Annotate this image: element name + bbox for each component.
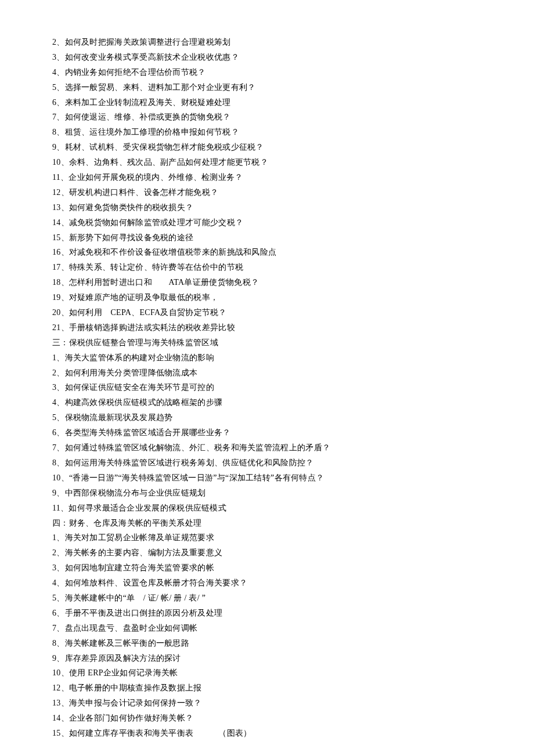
text-line: 11、企业如何开展免税的境内、外维修、检测业务？ xyxy=(52,170,482,185)
text-line: 2、海关帐务的主要内容、编制方法及重要意义 xyxy=(52,545,482,560)
text-line: 三：保税供应链整合管理与海关特殊监管区域 xyxy=(52,335,482,350)
text-line: 8、如何运用海关特殊监管区域进行税务筹划、供应链优化和风险防控？ xyxy=(52,455,482,471)
text-line: 9、中西部保税物流分布与企业供应链规划 xyxy=(52,486,482,501)
text-line: 6、手册不平衡及进出口倒挂的原因分析及处理 xyxy=(52,606,482,621)
text-line: 14、减免税货物如何解除监管或处理才可能少交税？ xyxy=(52,215,482,230)
text-line: 15、新形势下如何寻找设备免税的途径 xyxy=(52,230,482,245)
text-line: 19、对疑难原产地的证明及争取最低的税率， xyxy=(52,290,482,305)
text-line: 12、电子帐册的中期核查操作及数据上报 xyxy=(52,681,482,696)
text-line: 10、余料、边角料、残次品、副产品如何处理才能更节税？ xyxy=(52,155,482,170)
text-line: 4、如何堆放料件、设置仓库及帐册才符合海关要求？ xyxy=(52,576,482,591)
document-body: 2、如何及时把握海关政策调整进行合理避税筹划3、如何改变业务模式享受高新技术企业… xyxy=(52,35,482,741)
text-line: 7、盘点出现盘亏、盘盈时企业如何调帐 xyxy=(52,621,482,636)
text-line: 7、如何通过特殊监管区域化解物流、外汇、税务和海关监管流程上的矛盾？ xyxy=(52,440,482,455)
text-line: 14、企业各部门如何协作做好海关帐？ xyxy=(52,711,482,726)
text-line: 9、库存差异原因及解决方法的探讨 xyxy=(52,651,482,666)
text-line: 11、如何寻求最适合企业发展的保税供应链模式 xyxy=(52,501,482,516)
text-line: 3、如何因地制宜建立符合海关监管要求的帐 xyxy=(52,560,482,576)
text-line: 15、如何建立库存平衡表和海关平衡表 （图表） xyxy=(52,726,482,741)
text-line: 2、如何利用海关分类管理降低物流成本 xyxy=(52,366,482,381)
text-line: 20、如何利用 CEPA、ECFA及自贸协定节税？ xyxy=(52,305,482,320)
text-line: 1、海关大监管体系的构建对企业物流的影响 xyxy=(52,350,482,366)
text-line: 四：财务、仓库及海关帐的平衡关系处理 xyxy=(52,516,482,531)
text-line: 4、内销业务如何拒绝不合理估价而节税？ xyxy=(52,65,482,80)
text-line: 3、如何改变业务模式享受高新技术企业税收优惠？ xyxy=(52,50,482,65)
text-line: 21、手册核销选择购进法或实耗法的税收差异比较 xyxy=(52,320,482,335)
text-line: 9、耗材、试机料、受灾保税货物怎样才能免税或少征税？ xyxy=(52,140,482,155)
text-line: 13、海关申报与会计记录如何保持一致？ xyxy=(52,696,482,711)
text-line: 13、如何避免货物类快件的税收损失？ xyxy=(52,200,482,215)
text-line: 5、保税物流最新现状及发展趋势 xyxy=(52,410,482,425)
text-line: 7、如何使退运、维修、补偿或更换的货物免税？ xyxy=(52,110,482,125)
text-line: 2、如何及时把握海关政策调整进行合理避税筹划 xyxy=(52,35,482,50)
text-line: 5、选择一般贸易、来料、进料加工那个对企业更有利？ xyxy=(52,80,482,95)
text-line: 6、来料加工企业转制流程及海关、财税疑难处理 xyxy=(52,95,482,110)
text-line: 6、各类型海关特殊监管区域适合开展哪些业务？ xyxy=(52,425,482,440)
text-line: 8、租赁、运往境外加工修理的价格申报如何节税？ xyxy=(52,125,482,140)
text-line: 4、构建高效保税供应链模式的战略框架的步骤 xyxy=(52,395,482,410)
text-line: 1、海关对加工贸易企业帐簿及单证规范要求 xyxy=(52,530,482,545)
text-line: 5、海关帐建帐中的“单 / 证/ 帐/ 册 / 表/ ” xyxy=(52,591,482,606)
text-line: 12、研发机构进口料件、设备怎样才能免税？ xyxy=(52,185,482,200)
text-line: 18、怎样利用暂时进出口和 ATA单证册使货物免税？ xyxy=(52,275,482,290)
text-line: 10、使用 ERP企业如何记录海关帐 xyxy=(52,665,482,681)
text-line: 8、海关帐建帐及三帐平衡的一般思路 xyxy=(52,636,482,651)
text-line: 3、如何保证供应链安全在海关环节是可控的 xyxy=(52,380,482,395)
text-line: 16、对减免税和不作价设备征收增值税带来的新挑战和风险点 xyxy=(52,245,482,260)
text-line: 17、特殊关系、转让定价、特许费等在估价中的节税 xyxy=(52,260,482,275)
text-line: 10、“香港一日游”“海关特殊监管区域一日游”与“深加工结转”各有何特点？ xyxy=(52,471,482,486)
